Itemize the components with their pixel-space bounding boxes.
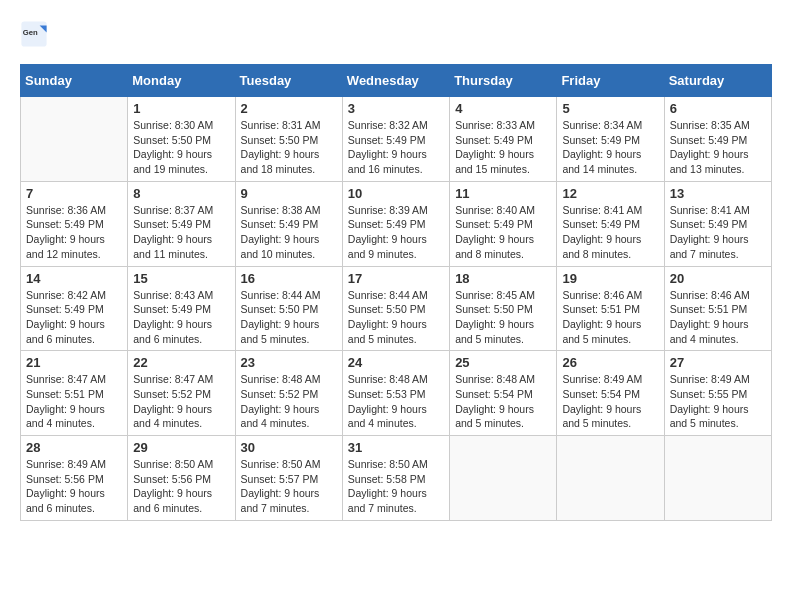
day-info: Sunrise: 8:41 AMSunset: 5:49 PMDaylight:… xyxy=(562,203,658,262)
day-info: Sunrise: 8:36 AMSunset: 5:49 PMDaylight:… xyxy=(26,203,122,262)
day-info: Sunrise: 8:50 AMSunset: 5:57 PMDaylight:… xyxy=(241,457,337,516)
calendar-day-header-saturday: Saturday xyxy=(664,65,771,97)
day-number: 1 xyxy=(133,101,229,116)
calendar-cell: 11Sunrise: 8:40 AMSunset: 5:49 PMDayligh… xyxy=(450,181,557,266)
day-info: Sunrise: 8:45 AMSunset: 5:50 PMDaylight:… xyxy=(455,288,551,347)
day-info: Sunrise: 8:48 AMSunset: 5:54 PMDaylight:… xyxy=(455,372,551,431)
day-number: 13 xyxy=(670,186,766,201)
day-info: Sunrise: 8:50 AMSunset: 5:56 PMDaylight:… xyxy=(133,457,229,516)
calendar-cell: 9Sunrise: 8:38 AMSunset: 5:49 PMDaylight… xyxy=(235,181,342,266)
calendar-cell: 10Sunrise: 8:39 AMSunset: 5:49 PMDayligh… xyxy=(342,181,449,266)
day-info: Sunrise: 8:32 AMSunset: 5:49 PMDaylight:… xyxy=(348,118,444,177)
calendar-day-header-friday: Friday xyxy=(557,65,664,97)
calendar-cell: 7Sunrise: 8:36 AMSunset: 5:49 PMDaylight… xyxy=(21,181,128,266)
day-number: 11 xyxy=(455,186,551,201)
calendar-cell: 30Sunrise: 8:50 AMSunset: 5:57 PMDayligh… xyxy=(235,436,342,521)
calendar-cell: 15Sunrise: 8:43 AMSunset: 5:49 PMDayligh… xyxy=(128,266,235,351)
calendar-header-row: SundayMondayTuesdayWednesdayThursdayFrid… xyxy=(21,65,772,97)
calendar-cell: 22Sunrise: 8:47 AMSunset: 5:52 PMDayligh… xyxy=(128,351,235,436)
calendar-cell: 18Sunrise: 8:45 AMSunset: 5:50 PMDayligh… xyxy=(450,266,557,351)
day-info: Sunrise: 8:39 AMSunset: 5:49 PMDaylight:… xyxy=(348,203,444,262)
calendar-cell: 4Sunrise: 8:33 AMSunset: 5:49 PMDaylight… xyxy=(450,97,557,182)
day-number: 29 xyxy=(133,440,229,455)
calendar-week-row: 1Sunrise: 8:30 AMSunset: 5:50 PMDaylight… xyxy=(21,97,772,182)
calendar-table: SundayMondayTuesdayWednesdayThursdayFrid… xyxy=(20,64,772,521)
calendar-cell: 28Sunrise: 8:49 AMSunset: 5:56 PMDayligh… xyxy=(21,436,128,521)
day-number: 31 xyxy=(348,440,444,455)
calendar-day-header-wednesday: Wednesday xyxy=(342,65,449,97)
calendar-week-row: 28Sunrise: 8:49 AMSunset: 5:56 PMDayligh… xyxy=(21,436,772,521)
day-info: Sunrise: 8:43 AMSunset: 5:49 PMDaylight:… xyxy=(133,288,229,347)
calendar-cell: 13Sunrise: 8:41 AMSunset: 5:49 PMDayligh… xyxy=(664,181,771,266)
day-info: Sunrise: 8:49 AMSunset: 5:55 PMDaylight:… xyxy=(670,372,766,431)
day-info: Sunrise: 8:33 AMSunset: 5:49 PMDaylight:… xyxy=(455,118,551,177)
calendar-cell: 16Sunrise: 8:44 AMSunset: 5:50 PMDayligh… xyxy=(235,266,342,351)
day-info: Sunrise: 8:31 AMSunset: 5:50 PMDaylight:… xyxy=(241,118,337,177)
day-info: Sunrise: 8:42 AMSunset: 5:49 PMDaylight:… xyxy=(26,288,122,347)
calendar-cell: 21Sunrise: 8:47 AMSunset: 5:51 PMDayligh… xyxy=(21,351,128,436)
day-number: 30 xyxy=(241,440,337,455)
calendar-cell: 1Sunrise: 8:30 AMSunset: 5:50 PMDaylight… xyxy=(128,97,235,182)
day-number: 14 xyxy=(26,271,122,286)
calendar-day-header-thursday: Thursday xyxy=(450,65,557,97)
day-number: 2 xyxy=(241,101,337,116)
day-info: Sunrise: 8:48 AMSunset: 5:53 PMDaylight:… xyxy=(348,372,444,431)
day-info: Sunrise: 8:47 AMSunset: 5:51 PMDaylight:… xyxy=(26,372,122,431)
day-number: 27 xyxy=(670,355,766,370)
logo-icon: Gen xyxy=(20,20,48,48)
day-info: Sunrise: 8:37 AMSunset: 5:49 PMDaylight:… xyxy=(133,203,229,262)
day-number: 24 xyxy=(348,355,444,370)
day-info: Sunrise: 8:35 AMSunset: 5:49 PMDaylight:… xyxy=(670,118,766,177)
calendar-cell: 6Sunrise: 8:35 AMSunset: 5:49 PMDaylight… xyxy=(664,97,771,182)
calendar-cell: 29Sunrise: 8:50 AMSunset: 5:56 PMDayligh… xyxy=(128,436,235,521)
day-info: Sunrise: 8:50 AMSunset: 5:58 PMDaylight:… xyxy=(348,457,444,516)
day-info: Sunrise: 8:34 AMSunset: 5:49 PMDaylight:… xyxy=(562,118,658,177)
day-number: 19 xyxy=(562,271,658,286)
day-number: 17 xyxy=(348,271,444,286)
day-number: 10 xyxy=(348,186,444,201)
calendar-cell: 20Sunrise: 8:46 AMSunset: 5:51 PMDayligh… xyxy=(664,266,771,351)
page-header: Gen xyxy=(20,20,772,48)
calendar-cell xyxy=(21,97,128,182)
day-info: Sunrise: 8:41 AMSunset: 5:49 PMDaylight:… xyxy=(670,203,766,262)
logo: Gen xyxy=(20,20,52,48)
calendar-cell xyxy=(557,436,664,521)
calendar-cell: 5Sunrise: 8:34 AMSunset: 5:49 PMDaylight… xyxy=(557,97,664,182)
day-number: 20 xyxy=(670,271,766,286)
calendar-cell: 25Sunrise: 8:48 AMSunset: 5:54 PMDayligh… xyxy=(450,351,557,436)
calendar-day-header-sunday: Sunday xyxy=(21,65,128,97)
day-number: 12 xyxy=(562,186,658,201)
calendar-cell: 23Sunrise: 8:48 AMSunset: 5:52 PMDayligh… xyxy=(235,351,342,436)
day-info: Sunrise: 8:38 AMSunset: 5:49 PMDaylight:… xyxy=(241,203,337,262)
calendar-cell: 19Sunrise: 8:46 AMSunset: 5:51 PMDayligh… xyxy=(557,266,664,351)
day-number: 5 xyxy=(562,101,658,116)
calendar-cell: 3Sunrise: 8:32 AMSunset: 5:49 PMDaylight… xyxy=(342,97,449,182)
calendar-cell: 24Sunrise: 8:48 AMSunset: 5:53 PMDayligh… xyxy=(342,351,449,436)
calendar-cell: 27Sunrise: 8:49 AMSunset: 5:55 PMDayligh… xyxy=(664,351,771,436)
calendar-week-row: 21Sunrise: 8:47 AMSunset: 5:51 PMDayligh… xyxy=(21,351,772,436)
day-info: Sunrise: 8:48 AMSunset: 5:52 PMDaylight:… xyxy=(241,372,337,431)
calendar-cell: 14Sunrise: 8:42 AMSunset: 5:49 PMDayligh… xyxy=(21,266,128,351)
calendar-cell xyxy=(450,436,557,521)
day-info: Sunrise: 8:47 AMSunset: 5:52 PMDaylight:… xyxy=(133,372,229,431)
calendar-week-row: 7Sunrise: 8:36 AMSunset: 5:49 PMDaylight… xyxy=(21,181,772,266)
calendar-cell: 2Sunrise: 8:31 AMSunset: 5:50 PMDaylight… xyxy=(235,97,342,182)
day-number: 6 xyxy=(670,101,766,116)
day-number: 15 xyxy=(133,271,229,286)
calendar-week-row: 14Sunrise: 8:42 AMSunset: 5:49 PMDayligh… xyxy=(21,266,772,351)
day-number: 9 xyxy=(241,186,337,201)
calendar-day-header-tuesday: Tuesday xyxy=(235,65,342,97)
day-info: Sunrise: 8:46 AMSunset: 5:51 PMDaylight:… xyxy=(670,288,766,347)
calendar-day-header-monday: Monday xyxy=(128,65,235,97)
svg-text:Gen: Gen xyxy=(23,28,38,37)
day-info: Sunrise: 8:30 AMSunset: 5:50 PMDaylight:… xyxy=(133,118,229,177)
day-number: 26 xyxy=(562,355,658,370)
day-number: 28 xyxy=(26,440,122,455)
day-number: 16 xyxy=(241,271,337,286)
calendar-cell: 17Sunrise: 8:44 AMSunset: 5:50 PMDayligh… xyxy=(342,266,449,351)
calendar-cell: 26Sunrise: 8:49 AMSunset: 5:54 PMDayligh… xyxy=(557,351,664,436)
day-info: Sunrise: 8:40 AMSunset: 5:49 PMDaylight:… xyxy=(455,203,551,262)
day-info: Sunrise: 8:49 AMSunset: 5:56 PMDaylight:… xyxy=(26,457,122,516)
calendar-cell xyxy=(664,436,771,521)
day-number: 25 xyxy=(455,355,551,370)
